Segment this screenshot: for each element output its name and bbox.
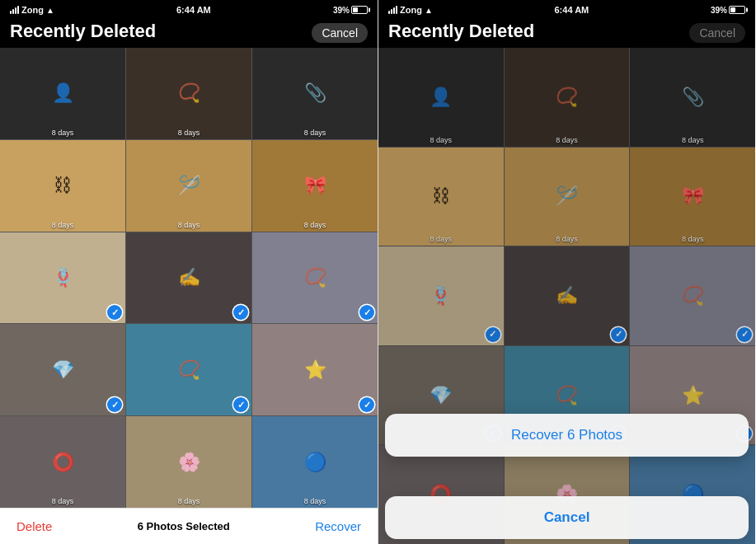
battery-icon (351, 6, 368, 14)
recover-button[interactable]: Recover (315, 519, 361, 533)
grid-cell-1-1[interactable]: 🪡 8 days (126, 140, 251, 232)
photo-1-0: ⛓ (0, 140, 125, 232)
page-title-left: Recently Deleted (10, 21, 156, 41)
photo-3-2: ⭐ (252, 324, 378, 415)
carrier-label-right: Zong (400, 5, 422, 15)
days-label-1-2: 8 days (252, 221, 378, 229)
wifi-icon: ▲ (46, 6, 54, 15)
action-sheet: Recover 6 Photos (385, 414, 749, 457)
wifi-icon-right: ▲ (425, 6, 433, 15)
photo-0-2: 📎 (252, 48, 378, 139)
photo-2-2: 📿 (252, 232, 378, 324)
r-grid-cell-2-1: ✍ ✓ (505, 246, 630, 345)
photo-grid-left: 👤 8 days 📿 8 days 📎 8 days ⛓ 8 days 🪡 8 … (0, 48, 378, 508)
days-label-4-1: 8 days (126, 497, 251, 505)
photo-4-0: ⭕ (0, 416, 125, 508)
photo-3-0: 💎 (0, 324, 125, 415)
grid-cell-3-0[interactable]: 💎 ✓ (0, 324, 125, 415)
selected-count: 6 Photos Selected (138, 520, 230, 532)
grid-cell-0-1[interactable]: 📿 8 days (126, 48, 251, 139)
photo-2-0: 🪢 (0, 232, 125, 324)
r-grid-cell-1-1: 🪡 8 days (505, 148, 630, 246)
page-title-right: Recently Deleted (388, 21, 534, 41)
delete-button[interactable]: Delete (16, 519, 52, 533)
bottom-toolbar-left: Delete 6 Photos Selected Recover (0, 508, 378, 544)
cancel-button-left[interactable]: Cancel (312, 23, 368, 43)
r-grid-cell-2-0: 🪢 ✓ (378, 246, 504, 345)
header-left: Recently Deleted Cancel (0, 18, 378, 48)
days-label-1-1: 8 days (126, 221, 251, 229)
r-grid-cell-2-2: 📿 ✓ (630, 246, 755, 345)
days-label-0-1: 8 days (126, 129, 251, 137)
signal-icon-right (388, 6, 397, 14)
days-label-4-0: 8 days (0, 497, 125, 505)
r-check-2-1: ✓ (611, 327, 626, 342)
r-check-2-2: ✓ (737, 327, 752, 342)
r-grid-cell-0-0: 👤 8 days (378, 48, 504, 147)
r-grid-cell-0-1: 📿 8 days (505, 48, 630, 147)
grid-cell-1-2[interactable]: 🎀 8 days (252, 140, 378, 232)
grid-cell-4-1[interactable]: 🌸 8 days (126, 416, 251, 508)
carrier-label: Zong (21, 5, 44, 15)
time-label-right: 6:44 AM (555, 5, 589, 15)
days-label-0-0: 8 days (0, 129, 125, 137)
grid-cell-4-0[interactable]: ⭕ 8 days (0, 416, 125, 508)
grid-cell-3-2[interactable]: ⭐ ✓ (252, 324, 378, 415)
grid-cell-4-2[interactable]: 🔵 8 days (252, 416, 378, 508)
action-sheet-overlay: Recover 6 Photos Cancel (378, 414, 755, 544)
r-grid-cell-1-0: ⛓ 8 days (378, 148, 504, 246)
signal-icon (10, 6, 19, 14)
photo-4-1: 🌸 (126, 416, 251, 508)
grid-cell-0-2[interactable]: 📎 8 days (252, 48, 378, 139)
status-left-right: Zong ▲ (388, 5, 433, 15)
right-phone-panel: Zong ▲ 6:44 AM 39% Recently Deleted Canc… (378, 0, 755, 544)
left-phone-panel: Zong ▲ 6:44 AM 39% Recently Deleted Canc… (0, 0, 378, 544)
photo-2-1: ✍ (126, 232, 251, 324)
photo-3-1: 📿 (126, 324, 251, 415)
r-check-2-0: ✓ (486, 327, 500, 342)
time-label: 6:44 AM (176, 5, 211, 15)
battery-status: 39% (333, 6, 368, 15)
days-label-0-2: 8 days (252, 129, 378, 137)
status-bar-left: Zong ▲ 6:44 AM 39% (0, 0, 378, 18)
photo-1-2: 🎀 (252, 140, 378, 232)
grid-cell-1-0[interactable]: ⛓ 8 days (0, 140, 125, 232)
battery-icon-right (729, 6, 745, 14)
action-sheet-cancel-container: Cancel (385, 496, 749, 539)
status-bar-right: Zong ▲ 6:44 AM 39% (378, 0, 755, 18)
photo-0-1: 📿 (126, 48, 251, 139)
r-grid-cell-0-2: 📎 8 days (630, 48, 755, 147)
photo-4-2: 🔵 (252, 416, 378, 508)
grid-cell-2-2[interactable]: 📿 ✓ (252, 232, 378, 324)
battery-status-right: 39% (711, 6, 745, 15)
battery-pct-label: 39% (333, 6, 350, 15)
photo-0-0: 👤 (0, 48, 125, 139)
grid-cell-3-1[interactable]: 📿 ✓ (126, 324, 251, 415)
header-right: Recently Deleted Cancel (378, 18, 755, 48)
cancel-button-right[interactable]: Cancel (689, 23, 745, 43)
battery-pct-label-right: 39% (711, 6, 727, 15)
r-grid-cell-1-2: 🎀 8 days (630, 148, 755, 246)
days-label-1-0: 8 days (0, 221, 125, 229)
grid-cell-2-1[interactable]: ✍ ✓ (126, 232, 251, 324)
action-sheet-cancel-button[interactable]: Cancel (385, 496, 749, 539)
grid-cell-0-0[interactable]: 👤 8 days (0, 48, 125, 139)
status-left: Zong ▲ (10, 5, 54, 15)
grid-cell-2-0[interactable]: 🪢 ✓ (0, 232, 125, 324)
photo-1-1: 🪡 (126, 140, 251, 232)
days-label-4-2: 8 days (252, 497, 378, 505)
recover-photos-button[interactable]: Recover 6 Photos (385, 414, 749, 457)
